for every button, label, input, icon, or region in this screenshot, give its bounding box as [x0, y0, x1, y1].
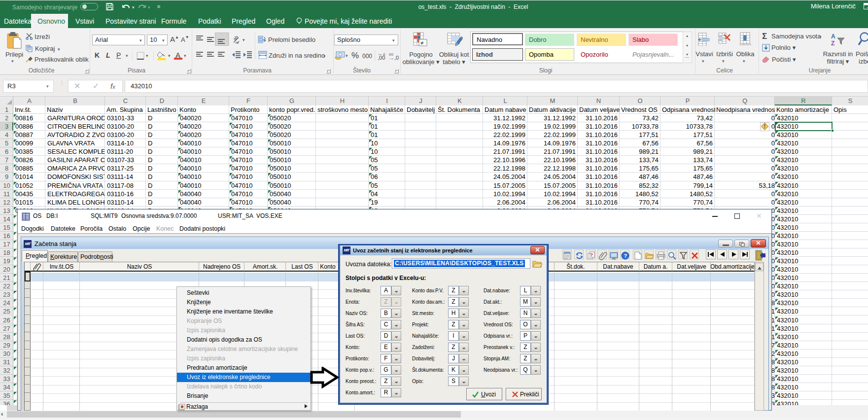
svg-text:?: ? — [624, 253, 627, 259]
svg-text:Z: Z — [831, 40, 834, 47]
svg-text:≠: ≠ — [420, 40, 423, 46]
svg-text:ab: ab — [233, 35, 239, 41]
svg-text:A: A — [831, 33, 835, 40]
svg-text:?: ? — [590, 252, 593, 257]
